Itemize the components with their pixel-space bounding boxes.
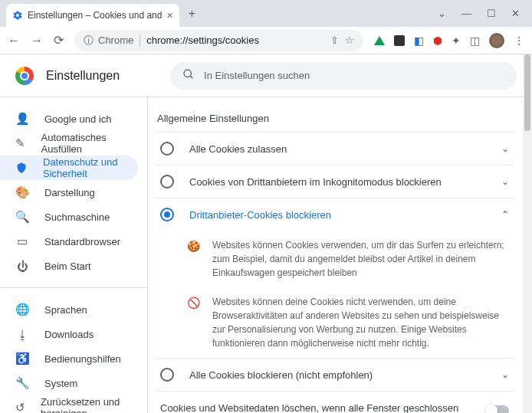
palette-icon: 🎨	[15, 185, 29, 199]
sidebar-item-reset[interactable]: ↺Zurücksetzen und bereinigen	[0, 395, 138, 413]
radio-block-all[interactable]: Alle Cookies blockieren (nicht empfohlen…	[156, 358, 514, 391]
address-bar[interactable]: ⓘ Chrome chrome://settings/cookies ⇧ ☆	[74, 30, 363, 51]
sidebar-item-label: Beim Start	[44, 261, 91, 272]
window-controls: ⌄ — ☐ ✕	[438, 8, 526, 19]
browser-tab-strip: Einstellungen – Cookies und and × + ⌄ — …	[0, 0, 532, 27]
sidepanel-icon[interactable]: ◫	[470, 34, 480, 47]
restore-icon: ↺	[15, 401, 25, 413]
settings-body: 👤Google und ich ✎Automatisches Ausfüllen…	[0, 97, 532, 413]
radio-label: Alle Cookies zulassen	[189, 143, 486, 155]
chevron-up-icon[interactable]: ⌃	[501, 209, 509, 220]
sidebar-item-privacy[interactable]: Datenschutz und Sicherheit	[0, 156, 138, 180]
sidebar-item-label: Sprachen	[44, 304, 87, 316]
section-title: Allgemeine Einstellungen	[156, 113, 514, 124]
sidebar-item-you-and-google[interactable]: 👤Google und ich	[0, 107, 138, 131]
scrollbar-track[interactable]	[523, 54, 532, 413]
extensions-menu-icon[interactable]: ✦	[452, 34, 461, 47]
url-text: chrome://settings/cookies	[146, 34, 259, 46]
setting-title: Cookies und Websitedaten löschen, wenn a…	[160, 402, 477, 413]
settings-search-input[interactable]: In Einstellungen suchen	[170, 62, 517, 90]
sidebar-item-label: Bedienungshilfen	[44, 353, 121, 365]
chrome-logo-icon	[15, 67, 34, 85]
close-icon[interactable]: ×	[166, 9, 172, 21]
sidebar-item-label: Google und ich	[44, 113, 111, 125]
sidebar-item-label: Automatisches Ausfüllen	[41, 132, 123, 155]
radio-label: Cookies von Drittanbietern im Inkognitom…	[189, 176, 486, 188]
sidebar-item-label: Datenschutz und Sicherheit	[43, 156, 123, 179]
sidebar-item-label: Darstellung	[44, 187, 95, 198]
radio-block-incognito[interactable]: Cookies von Drittanbietern im Inkognitom…	[156, 165, 514, 198]
power-icon: ⏻	[15, 260, 29, 273]
explanation-text: Websites können Cookies verwenden, um di…	[212, 238, 509, 280]
accessibility-icon: ♿	[15, 352, 29, 365]
reload-button[interactable]: ⟳	[54, 33, 64, 48]
menu-icon[interactable]: ⋮	[514, 34, 524, 47]
explanation-text: Websites können deine Cookies nicht verw…	[212, 295, 509, 350]
sidebar-item-default-browser[interactable]: ▭Standardbrowser	[0, 229, 138, 254]
forward-button[interactable]: →	[31, 34, 43, 48]
new-tab-button[interactable]: +	[179, 7, 205, 21]
bookmark-star-icon[interactable]: ☆	[345, 34, 354, 46]
cookie-icon: 🍪	[186, 238, 200, 280]
sidebar-item-label: Downloads	[44, 329, 94, 340]
sidebar-item-system[interactable]: 🔧System	[0, 371, 138, 395]
block-icon: 🚫	[186, 295, 200, 350]
gear-icon	[12, 10, 23, 21]
extension-icon[interactable]	[394, 35, 405, 46]
extension-icons: ◧ ⬢ ✦ ◫ ⋮	[374, 33, 524, 48]
divider	[140, 34, 140, 47]
sidebar-item-autofill[interactable]: ✎Automatisches Ausfüllen	[0, 131, 138, 156]
radio-icon	[160, 175, 174, 188]
chevron-down-icon[interactable]: ⌄	[501, 176, 509, 187]
explanation-block: 🍪 Websites können Cookies verwenden, um …	[156, 231, 514, 287]
active-tab[interactable]: Einstellungen – Cookies und and ×	[6, 4, 179, 27]
sidebar-item-languages[interactable]: 🌐Sprachen	[0, 297, 138, 322]
explanation-block: 🚫 Websites können deine Cookies nicht ve…	[156, 287, 514, 358]
autofill-icon: ✎	[15, 136, 26, 150]
radio-allow-all[interactable]: Alle Cookies zulassen ⌄	[156, 132, 514, 165]
share-icon[interactable]: ⇧	[330, 34, 339, 46]
svg-point-0	[184, 70, 191, 77]
extension-icon[interactable]: ◧	[414, 34, 424, 47]
close-window-button[interactable]: ✕	[511, 8, 520, 19]
caret-down-icon[interactable]: ⌄	[438, 8, 446, 19]
drive-icon[interactable]	[374, 36, 385, 45]
content-area: Allgemeine Einstellungen Alle Cookies zu…	[147, 97, 532, 413]
sidebar-item-appearance[interactable]: 🎨Darstellung	[0, 180, 138, 205]
site-info-icon[interactable]: ⓘ Chrome	[84, 34, 133, 48]
sidebar-item-label: Suchmaschine	[44, 211, 110, 223]
toggle-clear-on-exit[interactable]	[486, 405, 509, 413]
radio-icon	[160, 208, 174, 221]
sidebar-item-label: Zurücksetzen und bereinigen	[41, 396, 123, 413]
svg-line-1	[190, 76, 192, 78]
sidebar-item-search-engine[interactable]: 🔍Suchmaschine	[0, 205, 138, 229]
scrollbar-thumb[interactable]	[524, 54, 530, 131]
radio-label: Drittanbieter-Cookies blockieren	[189, 209, 486, 221]
chevron-down-icon[interactable]: ⌄	[501, 143, 509, 154]
radio-icon	[160, 368, 174, 382]
search-placeholder: In Einstellungen suchen	[204, 70, 310, 81]
radio-block-third-party[interactable]: Drittanbieter-Cookies blockieren ⌃	[156, 198, 514, 231]
profile-avatar[interactable]	[489, 33, 504, 48]
minimize-button[interactable]: —	[461, 8, 471, 19]
sidebar: 👤Google und ich ✎Automatisches Ausfüllen…	[0, 97, 147, 413]
radio-icon	[160, 142, 174, 156]
wrench-icon: 🔧	[15, 376, 29, 390]
sidebar-item-label: System	[44, 378, 77, 389]
download-icon: ⭳	[15, 328, 29, 341]
divider	[0, 287, 147, 288]
sidebar-item-downloads[interactable]: ⭳Downloads	[0, 322, 138, 346]
chevron-down-icon[interactable]: ⌄	[501, 369, 509, 380]
page-title: Einstellungen	[46, 69, 120, 83]
sidebar-item-label: Standardbrowser	[44, 236, 120, 247]
back-button[interactable]: ←	[8, 34, 20, 48]
person-icon: 👤	[15, 112, 29, 126]
sidebar-item-on-startup[interactable]: ⏻Beim Start	[0, 254, 138, 278]
extension-icon[interactable]: ⬢	[433, 34, 442, 47]
search-icon: 🔍	[15, 210, 29, 224]
globe-icon: 🌐	[15, 303, 29, 316]
browser-icon: ▭	[15, 234, 29, 248]
maximize-button[interactable]: ☐	[487, 8, 496, 19]
browser-toolbar: ← → ⟳ ⓘ Chrome chrome://settings/cookies…	[0, 27, 532, 54]
sidebar-item-accessibility[interactable]: ♿Bedienungshilfen	[0, 346, 138, 371]
